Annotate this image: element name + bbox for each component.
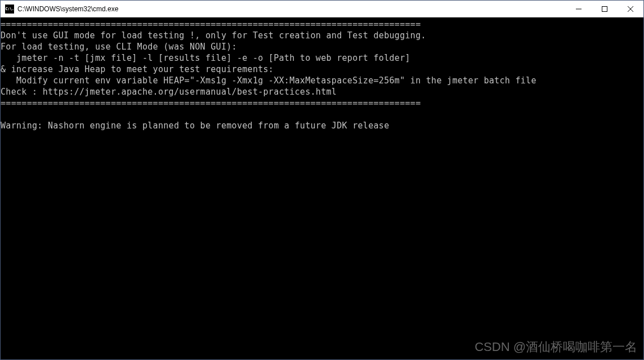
titlebar[interactable]: C:\. C:\WINDOWS\system32\cmd.exe <box>1 1 643 17</box>
minimize-button[interactable] <box>566 1 592 17</box>
window-title: C:\WINDOWS\system32\cmd.exe <box>17 5 566 13</box>
maximize-icon <box>602 6 607 12</box>
svg-rect-1 <box>602 6 607 11</box>
close-button[interactable] <box>618 1 643 17</box>
maximize-button[interactable] <box>592 1 618 17</box>
cmd-window: C:\. C:\WINDOWS\system32\cmd.exe <box>0 0 644 360</box>
terminal-output: ========================================… <box>1 19 643 131</box>
cmd-icon-label: C:\. <box>6 7 14 11</box>
window-controls <box>566 1 643 17</box>
minimize-icon <box>576 6 582 12</box>
close-icon <box>628 6 633 12</box>
cmd-icon: C:\. <box>5 5 14 14</box>
terminal-area[interactable]: ========================================… <box>1 17 643 359</box>
